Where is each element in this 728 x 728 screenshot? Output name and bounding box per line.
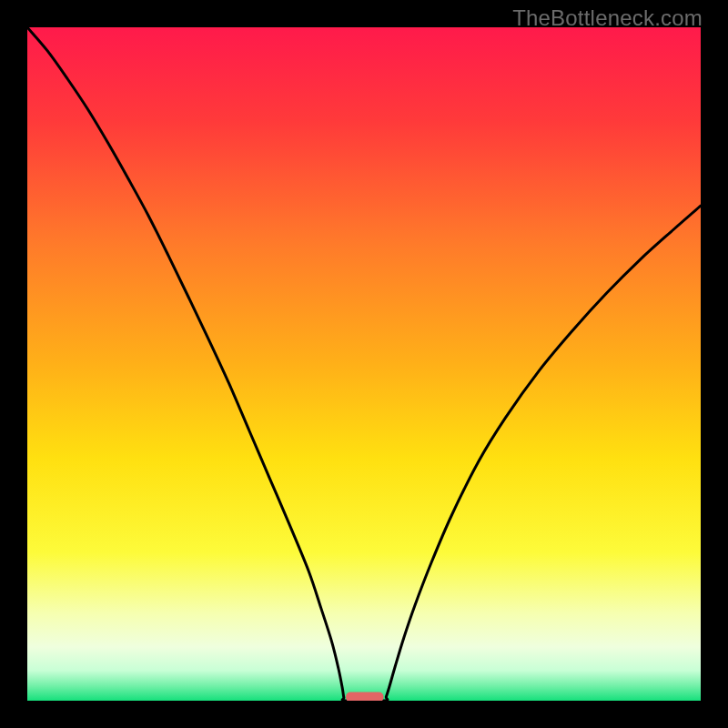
minimum-marker [346, 693, 383, 701]
curve-layer [27, 27, 701, 701]
watermark-text: TheBottleneck.com [512, 5, 703, 31]
chart-frame: TheBottleneck.com [0, 0, 728, 728]
plot-area [27, 27, 701, 701]
bottleneck-curve [27, 27, 701, 701]
